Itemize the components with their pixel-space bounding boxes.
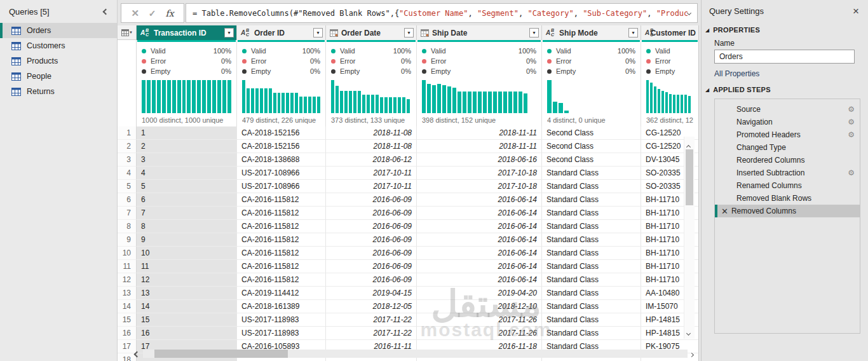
table-cell[interactable]: 2018-11-08 [326, 140, 417, 153]
table-cell[interactable]: US-2017-118983 [237, 327, 326, 340]
table-cell[interactable]: 4 [137, 167, 237, 180]
table-cell[interactable]: 2018-06-16 [417, 153, 542, 167]
histogram-bar[interactable] [553, 102, 557, 113]
histogram-bar[interactable] [367, 95, 370, 113]
histogram-bar[interactable] [313, 97, 316, 113]
table-cell[interactable]: 13 [137, 287, 237, 300]
histogram-bar[interactable] [524, 93, 527, 113]
histogram-bar[interactable] [468, 92, 471, 113]
histogram-bar[interactable] [673, 95, 675, 113]
table-cell[interactable]: 2017-10-18 [417, 180, 542, 193]
histogram-bar[interactable] [177, 80, 181, 113]
histogram-bar[interactable] [665, 92, 668, 113]
row-number[interactable]: 14 [118, 300, 137, 313]
applied-step-renamed-columns[interactable]: Renamed Columns [715, 179, 860, 192]
delete-step-icon[interactable]: ✕ [721, 207, 728, 216]
histogram-bar[interactable] [389, 97, 392, 113]
table-cell[interactable]: 2016-06-09 [326, 220, 417, 233]
close-icon[interactable]: × [853, 7, 859, 16]
histogram-bar[interactable] [217, 80, 221, 113]
histogram-bar[interactable] [308, 97, 311, 113]
table-cell[interactable]: CA-2018-138688 [237, 153, 326, 167]
histogram-bar[interactable] [344, 91, 348, 113]
histogram-bar[interactable] [427, 84, 431, 113]
table-cell[interactable]: Second Class [542, 140, 641, 153]
table-cell[interactable]: CA-2016-115812 [237, 207, 326, 220]
row-number[interactable]: 6 [118, 193, 137, 207]
row-number[interactable]: 12 [118, 273, 137, 287]
applied-steps-section-header[interactable]: ◢ APPLIED STEPS [702, 79, 868, 96]
table-cell[interactable]: Standard Class [542, 233, 641, 247]
table-cell[interactable]: 12 [137, 273, 237, 287]
table-cell[interactable]: 14 [137, 300, 237, 313]
table-cell[interactable]: Standard Class [542, 207, 641, 220]
table-cell[interactable]: 5 [137, 180, 237, 193]
histogram-bar[interactable] [422, 80, 426, 113]
histogram-bar[interactable] [493, 92, 497, 113]
table-cell[interactable]: Standard Class [542, 247, 641, 260]
query-name-input[interactable] [714, 50, 855, 64]
table-cell[interactable]: Standard Class [542, 193, 641, 207]
sidebar-item-returns[interactable]: Returns [0, 84, 117, 99]
table-cell[interactable]: 3 [137, 153, 237, 167]
histogram-bar[interactable] [273, 93, 276, 113]
histogram-bar[interactable] [402, 97, 405, 113]
row-number[interactable]: 3 [118, 153, 137, 167]
histogram-bar[interactable] [251, 88, 254, 113]
table-cell[interactable]: 2018-11-08 [326, 126, 417, 140]
scroll-right-icon[interactable] [690, 348, 693, 359]
table-cell[interactable]: 2016-06-14 [417, 247, 542, 260]
histogram-bar[interactable] [398, 97, 401, 113]
sidebar-item-orders[interactable]: Orders [0, 23, 117, 38]
histogram-bar[interactable] [295, 93, 298, 113]
applied-step-changed-type[interactable]: Changed Type [715, 141, 860, 154]
histogram-bar[interactable] [304, 97, 307, 113]
table-cell[interactable]: Second Class [542, 153, 641, 167]
histogram-bar[interactable] [559, 103, 563, 113]
histogram-bar[interactable] [463, 92, 466, 113]
horizontal-scrollbar-track[interactable] [143, 350, 688, 358]
value-distribution-histogram[interactable] [331, 80, 411, 113]
formula-text[interactable]: = Table.RemoveColumns(#"Removed Blank Ro… [193, 9, 688, 18]
table-cell[interactable]: 2017-10-11 [326, 180, 417, 193]
table-cell[interactable]: CA-2018-152156 [237, 126, 326, 140]
table-cell[interactable]: Standard Class [542, 300, 641, 313]
table-cell[interactable]: 2017-11-26 [417, 313, 542, 327]
all-properties-link[interactable]: All Properties [702, 64, 868, 79]
table-cell[interactable]: Standard Class [542, 260, 641, 273]
applied-step-promoted-headers[interactable]: Promoted Headers⚙ [715, 128, 860, 141]
histogram-bar[interactable] [331, 80, 334, 113]
histogram-bar[interactable] [202, 80, 206, 113]
row-number[interactable]: 9 [118, 233, 137, 247]
histogram-bar[interactable] [488, 92, 492, 113]
histogram-bar[interactable] [508, 92, 512, 113]
table-cell[interactable]: 6 [137, 193, 237, 207]
scroll-left-icon[interactable] [135, 348, 139, 359]
histogram-bar[interactable] [564, 111, 569, 113]
histogram-bar[interactable] [658, 89, 660, 113]
table-cell[interactable]: 2017-11-22 [326, 327, 417, 340]
table-cell[interactable]: 2018-12-10 [417, 300, 542, 313]
row-number[interactable]: 16 [118, 327, 137, 340]
histogram-bar[interactable] [255, 88, 259, 113]
histogram-bar[interactable] [684, 95, 687, 113]
row-number[interactable]: 4 [118, 167, 137, 180]
table-cell[interactable]: 2 [137, 140, 237, 153]
histogram-bar[interactable] [167, 80, 171, 113]
table-cell[interactable]: US-2017-108966 [237, 180, 326, 193]
table-cell[interactable]: 2019-04-20 [417, 287, 542, 300]
sidebar-item-products[interactable]: Products [0, 53, 117, 69]
value-distribution-histogram[interactable] [242, 80, 320, 113]
column-header-transaction-id[interactable]: ABCTransaction ID▾ [137, 25, 237, 40]
table-cell[interactable]: Standard Class [542, 313, 641, 327]
histogram-bar[interactable] [407, 99, 410, 113]
histogram-bar[interactable] [349, 91, 352, 113]
table-cell[interactable]: 2017-11-22 [326, 313, 417, 327]
histogram-bar[interactable] [384, 97, 388, 113]
table-cell[interactable]: 15 [137, 313, 237, 327]
row-number[interactable]: 10 [118, 247, 137, 260]
table-cell[interactable]: 2016-06-14 [417, 273, 542, 287]
table-cell[interactable]: CA-2016-115812 [237, 247, 326, 260]
column-filter-dropdown[interactable]: ▾ [404, 28, 414, 37]
histogram-bar[interactable] [247, 88, 250, 113]
